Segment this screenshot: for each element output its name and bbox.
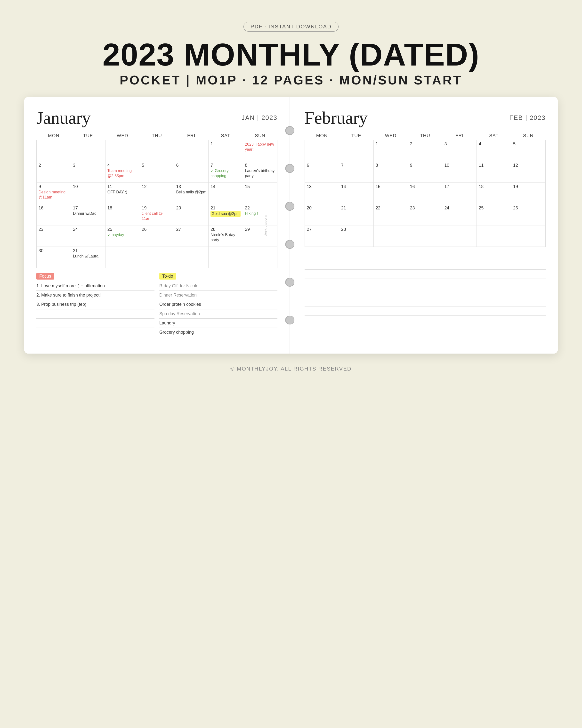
day-number: 29 bbox=[245, 227, 275, 232]
day-number: 24 bbox=[444, 206, 475, 211]
calendar-cell: 5 bbox=[140, 161, 174, 183]
calendar-event: Design meeting @11am bbox=[38, 190, 69, 200]
calendar-cell: 15 bbox=[373, 183, 408, 204]
calendar-cell: 20 bbox=[305, 204, 339, 226]
rings-right bbox=[286, 97, 295, 354]
calendar-cell: 16 bbox=[408, 183, 442, 204]
day-header: WED bbox=[105, 132, 140, 140]
day-number: 9 bbox=[38, 184, 69, 189]
calendar-event: Lunch w/Laura bbox=[73, 254, 103, 259]
day-number: 11 bbox=[107, 184, 138, 189]
day-number: 26 bbox=[142, 227, 172, 232]
day-header: FRI bbox=[174, 132, 209, 140]
calendar-cell bbox=[339, 140, 373, 161]
calendar-cell: 17Dinner w/Dad bbox=[71, 204, 105, 226]
day-number: 22 bbox=[245, 206, 275, 211]
day-number: 4 bbox=[107, 163, 138, 168]
blank-line bbox=[305, 326, 546, 334]
jan-calendar: MONTUEWEDTHUFRISATSUN 12023 Happy new ye… bbox=[36, 132, 277, 268]
calendar-event: ✓ Grocery chopping bbox=[211, 168, 241, 179]
calendar-cell bbox=[511, 226, 546, 247]
day-number: 30 bbox=[38, 248, 69, 253]
day-number: 21 bbox=[341, 206, 371, 211]
calendar-cell: 4 bbox=[477, 140, 511, 161]
calendar-cell bbox=[305, 140, 339, 161]
day-header: TUE bbox=[71, 132, 105, 140]
blank-line bbox=[36, 328, 155, 337]
calendar-cell bbox=[174, 247, 209, 268]
todo-item: Dinner Reservation bbox=[159, 291, 277, 300]
calendar-event: Lauren's birthday party bbox=[245, 168, 275, 179]
day-number: 16 bbox=[38, 206, 69, 211]
calendar-cell: 21 bbox=[339, 204, 373, 226]
todo-col: To-do B-day Gift for NicoleDinner Reserv… bbox=[159, 273, 277, 338]
day-number: 8 bbox=[245, 163, 275, 168]
ring-hole bbox=[286, 316, 295, 324]
jan-script-title: January bbox=[36, 109, 91, 127]
day-number: 17 bbox=[73, 206, 103, 211]
todo-item: Grocery chopping bbox=[159, 328, 277, 337]
focus-col: Focus 1. Love myself more :) + affirmati… bbox=[36, 273, 155, 338]
focus-item: 3. Prop business trip (feb) bbox=[36, 300, 155, 309]
day-number: 7 bbox=[341, 163, 371, 168]
calendar-cell: 11OFF DAY :) bbox=[105, 183, 140, 204]
blank-line bbox=[36, 319, 155, 328]
calendar-event: Team meeting @2:35pm bbox=[107, 168, 138, 179]
calendar-cell: 9Design meeting @11am bbox=[37, 183, 71, 204]
calendar-cell: 13 bbox=[305, 183, 339, 204]
calendar-event: client call @ 11am bbox=[142, 211, 172, 221]
day-number: 26 bbox=[513, 206, 544, 211]
day-header: WED bbox=[373, 132, 408, 140]
calendar-cell: 10 bbox=[71, 183, 105, 204]
blank-line bbox=[305, 279, 546, 288]
blank-line bbox=[36, 310, 155, 319]
jan-date-label: JAN | 2023 bbox=[242, 114, 277, 122]
day-header: TUE bbox=[339, 132, 373, 140]
day-number: 21 bbox=[211, 206, 241, 211]
calendar-cell bbox=[243, 247, 277, 268]
calendar-cell: 22Hiking ! bbox=[243, 204, 277, 226]
sub-title: POCKET | MO1P · 12 PAGES · MON/SUN START bbox=[119, 73, 462, 87]
calendar-cell: 6 bbox=[305, 161, 339, 183]
calendar-cell: 11 bbox=[477, 161, 511, 183]
day-number: 9 bbox=[410, 163, 440, 168]
day-number: 2 bbox=[38, 163, 69, 168]
calendar-cell: 3 bbox=[71, 161, 105, 183]
calendar-event: ✓ payday bbox=[107, 232, 138, 238]
calendar-cell bbox=[477, 226, 511, 247]
day-number: 18 bbox=[107, 206, 138, 211]
blank-line bbox=[305, 270, 546, 279]
day-number: 19 bbox=[513, 184, 544, 189]
calendar-cell: 17 bbox=[442, 183, 477, 204]
focus-item: 1. Love myself more :) + affirmation bbox=[36, 282, 155, 291]
blank-line bbox=[305, 288, 546, 297]
day-header: SAT bbox=[477, 132, 511, 140]
calendar-cell: 30 bbox=[37, 247, 71, 268]
day-number: 8 bbox=[376, 163, 406, 168]
february-page: February FEB | 2023 MONTUEWEDTHUFRISATSU… bbox=[290, 97, 558, 354]
todo-item: B-day Gift for Nicole bbox=[159, 282, 277, 291]
day-number: 31 bbox=[73, 248, 103, 253]
todo-label: To-do bbox=[159, 273, 176, 280]
calendar-cell: 14 bbox=[339, 183, 373, 204]
day-number: 22 bbox=[376, 206, 406, 211]
day-number: 18 bbox=[479, 184, 509, 189]
calendar-cell: 8 bbox=[373, 161, 408, 183]
day-number: 23 bbox=[410, 206, 440, 211]
focus-item: 2. Make sure to finish the project! bbox=[36, 291, 155, 300]
blank-line bbox=[305, 261, 546, 269]
jan-header: January JAN | 2023 bbox=[36, 109, 277, 127]
calendar-cell: 19 bbox=[511, 183, 546, 204]
day-number: 12 bbox=[513, 163, 544, 168]
calendar-cell: 3 bbox=[442, 140, 477, 161]
ring-hole bbox=[286, 202, 295, 211]
feb-blank-section bbox=[305, 252, 546, 343]
day-number: 4 bbox=[479, 141, 509, 147]
day-number: 14 bbox=[341, 184, 371, 189]
calendar-cell: 27 bbox=[305, 226, 339, 247]
calendar-cell: 12 bbox=[511, 161, 546, 183]
calendar-event: Nicole's B-day party bbox=[211, 232, 241, 243]
calendar-cell: 2 bbox=[408, 140, 442, 161]
day-number: 24 bbox=[73, 227, 103, 232]
calendar-cell: 2023 Happy new year! bbox=[243, 140, 277, 161]
